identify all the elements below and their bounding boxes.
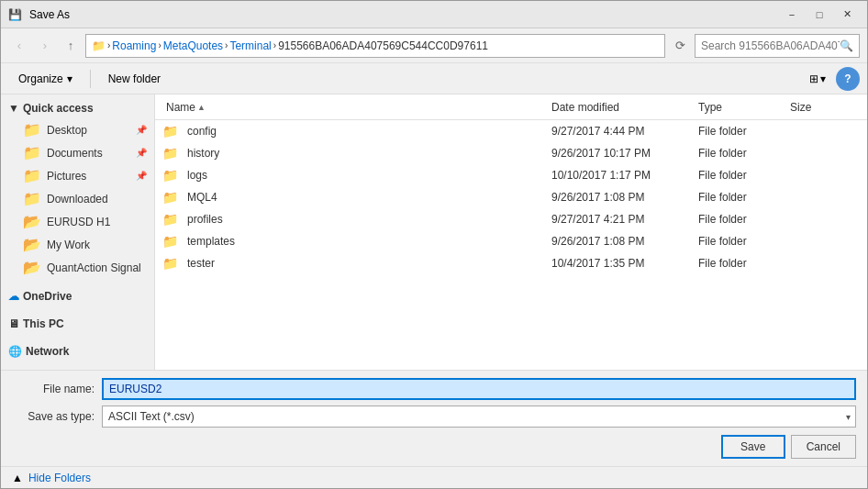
my-work-folder-icon: 📂 (23, 236, 41, 253)
file-date: 9/26/2017 10:17 PM (548, 147, 654, 160)
file-size (786, 191, 794, 204)
sidebar-item-documents[interactable]: 📁 Documents 📌 (1, 141, 154, 164)
sidebar-item-quantaction[interactable]: 📂 QuantAction Signal (1, 256, 154, 279)
sidebar-quick-access-label: Quick access (23, 102, 94, 115)
sidebar-item-downloaded[interactable]: 📁 Downloaded (1, 187, 154, 210)
filename-input[interactable] (102, 378, 856, 400)
date-column-header[interactable]: Date modified (548, 101, 695, 114)
sidebar-quantaction-label: QuantAction Signal (47, 261, 141, 274)
view-icon: ⊞ (809, 72, 818, 85)
folder-icon: 📁 (162, 168, 178, 183)
file-name: MQL4 (184, 191, 221, 204)
sidebar-item-my-work[interactable]: 📂 My Work (1, 233, 154, 256)
file-rows-container: 📁 config 9/27/2017 4:44 PM File folder 📁… (155, 120, 867, 274)
sidebar-desktop-label: Desktop (47, 124, 87, 137)
back-button[interactable]: ‹ (8, 35, 30, 57)
new-folder-button[interactable]: New folder (98, 67, 171, 91)
file-date: 10/10/2017 1:17 PM (548, 169, 654, 182)
file-type: File folder (695, 191, 751, 204)
sidebar: ▼ Quick access 📁 Desktop 📌 📁 Documents 📌… (1, 94, 155, 370)
help-button[interactable]: ? (836, 67, 860, 91)
desktop-pin-icon: 📌 (136, 125, 147, 135)
titlebar-icon: 💾 (8, 8, 22, 21)
file-date: 9/27/2017 4:44 PM (548, 125, 648, 138)
refresh-button[interactable]: ⟳ (669, 35, 691, 57)
sidebar-separator-3 (1, 334, 154, 341)
up-button[interactable]: ↑ (60, 35, 82, 57)
save-as-dialog: 💾 Save As − □ ✕ ‹ › ↑ 📁 › Roaming › Meta… (0, 0, 868, 489)
cancel-button[interactable]: Cancel (791, 435, 856, 459)
table-row[interactable]: 📁 profiles 9/27/2017 4:21 PM File folder (155, 208, 867, 230)
breadcrumb-sep-2: › (225, 40, 228, 50)
breadcrumb-metaquotes[interactable]: MetaQuotes (163, 39, 223, 52)
table-row[interactable]: 📁 templates 9/26/2017 1:08 PM File folde… (155, 230, 867, 252)
table-row[interactable]: 📁 history 9/26/2017 10:17 PM File folder (155, 142, 867, 164)
titlebar-title: Save As (29, 8, 70, 21)
downloaded-folder-icon: 📁 (23, 190, 41, 207)
filetype-select-wrapper[interactable]: ASCII Text (*.csv)CSV (*.csv)Text (*.txt… (102, 406, 856, 428)
sidebar-item-pictures[interactable]: 📁 Pictures 📌 (1, 164, 154, 187)
name-column-header[interactable]: Name ▲ (162, 101, 548, 114)
sidebar-onedrive-label: OneDrive (23, 290, 72, 303)
file-size (786, 235, 794, 248)
breadcrumb-terminal[interactable]: Terminal (229, 39, 271, 52)
table-row[interactable]: 📁 tester 10/4/2017 1:35 PM File folder (155, 252, 867, 274)
breadcrumb-bar[interactable]: 📁 › Roaming › MetaQuotes › Terminal › 91… (85, 34, 665, 58)
folder-icon: 📁 (162, 146, 178, 161)
minimize-button[interactable]: − (779, 6, 805, 24)
breadcrumb-sep-3: › (273, 40, 276, 50)
file-type: File folder (695, 213, 751, 226)
folder-icon: 📁 (162, 234, 178, 249)
sidebar-item-network[interactable]: 🌐 Network (1, 341, 154, 361)
hide-folders-text: Hide Folders (28, 472, 91, 484)
titlebar-controls: − □ ✕ (779, 6, 860, 24)
search-input[interactable] (701, 39, 840, 52)
sidebar-network-label: Network (26, 345, 69, 358)
file-date: 10/4/2017 1:35 PM (548, 257, 648, 270)
sidebar-item-onedrive[interactable]: ☁ OneDrive (1, 286, 154, 306)
col-header-name: Name ▲ (162, 101, 548, 114)
sidebar-section-quick-access[interactable]: ▼ Quick access (1, 98, 154, 118)
save-button[interactable]: Save (721, 435, 785, 459)
type-column-header[interactable]: Type (695, 101, 786, 114)
search-box[interactable]: 🔍 (695, 34, 860, 58)
sidebar-item-eurusd[interactable]: 📂 EURUSD H1 (1, 210, 154, 233)
file-type: File folder (695, 125, 751, 138)
organize-button[interactable]: Organize ▾ (8, 67, 83, 91)
file-name-cell: 📁 history (162, 146, 548, 161)
file-name-cell: 📁 templates (162, 234, 548, 249)
sidebar-item-this-pc[interactable]: 🖥 This PC (1, 314, 154, 334)
filename-row: File name: (12, 378, 856, 400)
file-size (786, 257, 794, 270)
maximize-button[interactable]: □ (807, 6, 832, 24)
table-row[interactable]: 📁 config 9/27/2017 4:44 PM File folder (155, 120, 867, 142)
new-folder-label: New folder (108, 72, 161, 85)
close-button[interactable]: ✕ (834, 6, 860, 24)
breadcrumb-roaming[interactable]: Roaming (112, 39, 156, 52)
filelist-header: Name ▲ Date modified Type Size (155, 94, 867, 120)
search-icon: 🔍 (840, 39, 853, 52)
forward-button[interactable]: › (34, 35, 56, 57)
organize-label: Organize (18, 72, 63, 85)
file-date: 9/27/2017 4:21 PM (548, 213, 648, 226)
sidebar-item-desktop[interactable]: 📁 Desktop 📌 (1, 118, 154, 141)
file-type: File folder (695, 147, 751, 160)
file-name: history (184, 147, 223, 160)
table-row[interactable]: 📁 MQL4 9/26/2017 1:08 PM File folder (155, 186, 867, 208)
file-date: 9/26/2017 1:08 PM (548, 235, 648, 248)
filetype-select[interactable]: ASCII Text (*.csv)CSV (*.csv)Text (*.txt… (102, 406, 856, 428)
filename-label: File name: (12, 383, 95, 395)
hide-folders-bar[interactable]: ▲ Hide Folders (1, 466, 867, 488)
view-button[interactable]: ⊞ ▾ (803, 67, 832, 91)
organize-arrow-icon: ▾ (67, 72, 72, 85)
sidebar-eurusd-label: EURUSD H1 (47, 216, 110, 228)
breadcrumb-folder-icon: 📁 (92, 39, 106, 52)
size-column-header[interactable]: Size (786, 101, 860, 114)
sidebar-my-work-label: My Work (47, 239, 90, 251)
sidebar-documents-label: Documents (47, 147, 103, 160)
this-pc-icon: 🖥 (8, 317, 19, 330)
file-name-cell: 📁 MQL4 (162, 190, 548, 205)
table-row[interactable]: 📁 logs 10/10/2017 1:17 PM File folder (155, 164, 867, 186)
col-header-type: Type (695, 101, 786, 114)
folder-icon: 📁 (162, 124, 178, 139)
